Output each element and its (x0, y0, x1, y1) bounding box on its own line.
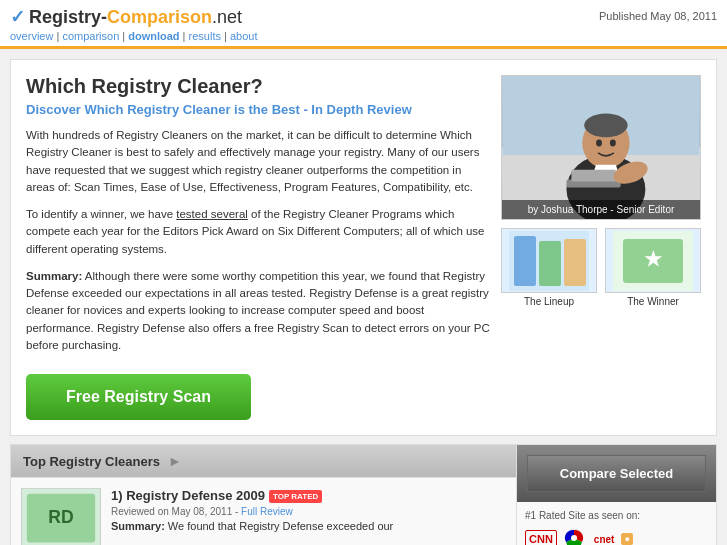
article-p2-before: To identify a winner, we have (26, 208, 176, 220)
top-section: Which Registry Cleaner? Discover Which R… (10, 59, 717, 436)
lineup-label: The Lineup (501, 296, 597, 307)
winner-thumb: ★ The Winner (605, 228, 701, 307)
nav-comparison[interactable]: comparison (62, 30, 119, 42)
published-date: Published May 08, 2011 (599, 10, 717, 22)
top-registry-cleaners-label: Top Registry Cleaners (23, 454, 160, 469)
product-list-header: Top Registry Cleaners ► (11, 445, 516, 477)
bottom-section: Top Registry Cleaners ► RD 1) Registry (10, 444, 717, 545)
logo-net: .net (212, 7, 242, 27)
article-h2: Discover Which Registry Cleaner is the B… (26, 102, 491, 117)
svg-point-4 (584, 113, 627, 137)
nav-download[interactable]: download (128, 30, 179, 42)
bottom-right-panel: Compare Selected #1 Rated Site as seen o… (517, 444, 717, 545)
lineup-image (501, 228, 597, 293)
product-list: RD 1) Registry Defense 2009TOP RATED Rev… (11, 477, 516, 545)
article: Which Registry Cleaner? Discover Which R… (26, 75, 491, 420)
top-rated-badge: TOP RATED (269, 490, 322, 503)
product-list-panel: Top Registry Cleaners ► RD 1) Registry (10, 444, 517, 545)
article-h1: Which Registry Cleaner? (26, 75, 491, 98)
winner-label: The Winner (605, 296, 701, 307)
product-reviewed: Reviewed on May 08, 2011 - Full Review (111, 506, 506, 517)
logo-comparison: Comparison (107, 7, 212, 27)
other-logo: ● (621, 533, 632, 545)
article-p2: To identify a winner, we have tested sev… (26, 206, 491, 258)
product-name: Registry Defense 2009 (126, 488, 265, 503)
product-info: 1) Registry Defense 2009TOP RATED Review… (111, 488, 506, 545)
main-wrapper: Which Registry Cleaner? Discover Which R… (0, 49, 727, 545)
summary-label: Summary: (26, 270, 82, 282)
article-p1: With hundreds of Registry Cleaners on th… (26, 127, 491, 196)
product-title: 1) Registry Defense 2009TOP RATED (111, 488, 506, 503)
article-summary: Summary: Although there were some worthy… (26, 268, 491, 354)
as-seen-on-title: #1 Rated Site as seen on: (525, 510, 708, 521)
author-caption: by Joshua Thorpe - Senior Editor (502, 200, 700, 219)
compare-selected-button[interactable]: Compare Selected (527, 455, 706, 492)
nav-results[interactable]: results (189, 30, 221, 42)
header: ✓Registry-Comparison.net overview | comp… (0, 0, 727, 49)
svg-point-9 (596, 140, 602, 147)
article-tested-link[interactable]: tested several (176, 208, 248, 220)
svg-rect-13 (539, 241, 561, 286)
product-thumbnail: RD (21, 488, 101, 545)
lineup-thumb: The Lineup (501, 228, 597, 307)
svg-point-22 (571, 535, 577, 541)
arrow-icon: ► (168, 453, 182, 469)
full-review-link[interactable]: Full Review (241, 506, 293, 517)
svg-rect-7 (571, 170, 615, 182)
author-photo: by Joshua Thorpe - Senior Editor (501, 75, 701, 220)
nbc-logo (561, 526, 587, 545)
sidebar-thumbnails: The Lineup ★ The Winner (501, 228, 701, 307)
sidebar: by Joshua Thorpe - Senior Editor The Lin… (501, 75, 701, 420)
nav-overview[interactable]: overview (10, 30, 53, 42)
summary-text-2: We found that Registry Defense exceeded … (165, 520, 394, 532)
nav-about[interactable]: about (230, 30, 258, 42)
svg-rect-14 (564, 239, 586, 286)
compare-button-area: Compare Selected (517, 445, 716, 502)
product-summary: Summary: We found that Registry Defense … (111, 520, 506, 532)
free-registry-scan-button[interactable]: Free Registry Scan (26, 374, 251, 420)
cnn-logo: CNN (525, 530, 557, 545)
author-illustration (502, 76, 700, 219)
summary-label-2: Summary: (111, 520, 165, 532)
winner-image: ★ (605, 228, 701, 293)
svg-rect-12 (514, 236, 536, 286)
nav: overview | comparison | download | resul… (10, 30, 257, 42)
logo-checkmark: ✓ (10, 7, 25, 27)
cnet-logo: cnet (591, 532, 618, 546)
product-number: 1) (111, 488, 126, 503)
svg-text:★: ★ (644, 248, 663, 270)
logo: ✓Registry-Comparison.net (10, 6, 257, 28)
summary-text: Although there were some worthy competit… (26, 270, 490, 351)
as-seen-on: #1 Rated Site as seen on: CNN cnet ● (517, 502, 716, 545)
svg-text:RD: RD (48, 507, 73, 527)
reviewed-date: Reviewed on May 08, 2011 - (111, 506, 241, 517)
media-logos-row: CNN cnet ● (525, 526, 708, 545)
svg-point-10 (610, 140, 616, 147)
product-item-1: RD 1) Registry Defense 2009TOP RATED Rev… (21, 488, 506, 545)
logo-registry: Registry- (29, 7, 107, 27)
